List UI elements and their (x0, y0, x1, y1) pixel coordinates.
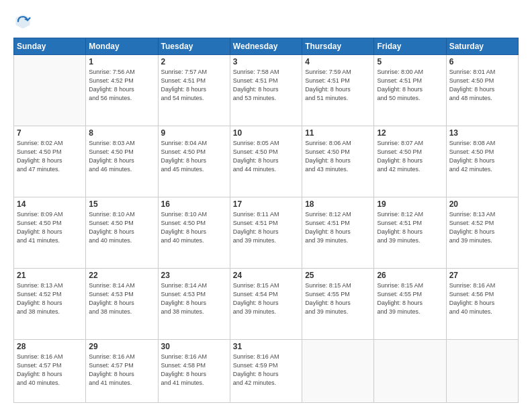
weekday-header-sunday: Sunday (14, 38, 86, 55)
calendar-cell: 20Sunrise: 8:13 AM Sunset: 4:52 PM Dayli… (446, 197, 518, 269)
day-number: 18 (305, 199, 371, 209)
calendar-cell: 12Sunrise: 8:07 AM Sunset: 4:50 PM Dayli… (374, 126, 446, 197)
calendar-cell: 21Sunrise: 8:13 AM Sunset: 4:52 PM Dayli… (14, 269, 86, 340)
day-number: 8 (89, 128, 154, 138)
day-number: 11 (305, 128, 371, 138)
day-info: Sunrise: 8:05 AM Sunset: 4:50 PM Dayligh… (233, 139, 299, 174)
calendar-cell: 8Sunrise: 8:03 AM Sunset: 4:50 PM Daylig… (86, 126, 158, 197)
day-info: Sunrise: 8:15 AM Sunset: 4:55 PM Dayligh… (305, 281, 371, 316)
calendar-cell: 29Sunrise: 8:16 AM Sunset: 4:57 PM Dayli… (86, 340, 158, 403)
calendar-cell: 24Sunrise: 8:15 AM Sunset: 4:54 PM Dayli… (230, 269, 302, 340)
calendar-cell (14, 55, 86, 126)
day-number: 14 (17, 199, 83, 209)
day-info: Sunrise: 8:02 AM Sunset: 4:50 PM Dayligh… (17, 139, 83, 174)
calendar-cell: 30Sunrise: 8:16 AM Sunset: 4:58 PM Dayli… (158, 340, 230, 403)
calendar-body: 1Sunrise: 7:56 AM Sunset: 4:52 PM Daylig… (14, 55, 519, 403)
day-info: Sunrise: 8:08 AM Sunset: 4:50 PM Dayligh… (449, 139, 515, 174)
weekday-header-saturday: Saturday (446, 38, 518, 55)
logo-icon (13, 12, 32, 31)
calendar-cell: 18Sunrise: 8:12 AM Sunset: 4:51 PM Dayli… (302, 197, 374, 269)
day-number: 10 (233, 128, 299, 138)
day-number: 23 (161, 271, 227, 280)
day-info: Sunrise: 7:59 AM Sunset: 4:51 PM Dayligh… (305, 68, 371, 103)
calendar-week-5: 28Sunrise: 8:16 AM Sunset: 4:57 PM Dayli… (14, 340, 519, 403)
calendar-cell: 2Sunrise: 7:57 AM Sunset: 4:51 PM Daylig… (158, 55, 230, 126)
day-info: Sunrise: 8:15 AM Sunset: 4:55 PM Dayligh… (377, 281, 443, 316)
day-info: Sunrise: 8:00 AM Sunset: 4:51 PM Dayligh… (377, 68, 443, 103)
day-info: Sunrise: 8:09 AM Sunset: 4:50 PM Dayligh… (17, 210, 83, 245)
day-number: 31 (233, 342, 299, 351)
day-info: Sunrise: 8:16 AM Sunset: 4:58 PM Dayligh… (161, 353, 227, 387)
weekday-header-row: SundayMondayTuesdayWednesdayThursdayFrid… (14, 38, 519, 55)
day-number: 29 (89, 342, 154, 351)
day-number: 22 (89, 271, 154, 280)
day-number: 19 (377, 199, 443, 209)
day-number: 1 (89, 57, 154, 66)
day-info: Sunrise: 7:58 AM Sunset: 4:51 PM Dayligh… (233, 68, 299, 103)
calendar-cell (446, 340, 518, 403)
calendar-week-1: 1Sunrise: 7:56 AM Sunset: 4:52 PM Daylig… (14, 55, 519, 126)
day-number: 27 (449, 271, 515, 280)
day-number: 26 (377, 271, 443, 280)
calendar-cell: 6Sunrise: 8:01 AM Sunset: 4:50 PM Daylig… (446, 55, 518, 126)
calendar-cell: 23Sunrise: 8:14 AM Sunset: 4:53 PM Dayli… (158, 269, 230, 340)
day-info: Sunrise: 8:16 AM Sunset: 4:57 PM Dayligh… (17, 353, 83, 387)
day-number: 15 (89, 199, 154, 209)
calendar-week-3: 14Sunrise: 8:09 AM Sunset: 4:50 PM Dayli… (14, 197, 519, 269)
calendar-cell: 7Sunrise: 8:02 AM Sunset: 4:50 PM Daylig… (14, 126, 86, 197)
calendar-week-4: 21Sunrise: 8:13 AM Sunset: 4:52 PM Dayli… (14, 269, 519, 340)
day-number: 6 (449, 57, 515, 66)
day-number: 2 (161, 57, 227, 66)
calendar-cell: 3Sunrise: 7:58 AM Sunset: 4:51 PM Daylig… (230, 55, 302, 126)
day-info: Sunrise: 8:14 AM Sunset: 4:53 PM Dayligh… (161, 281, 227, 316)
page: SundayMondayTuesdayWednesdayThursdayFrid… (0, 0, 532, 411)
calendar-cell: 17Sunrise: 8:11 AM Sunset: 4:51 PM Dayli… (230, 197, 302, 269)
day-number: 25 (305, 271, 371, 280)
calendar-cell: 13Sunrise: 8:08 AM Sunset: 4:50 PM Dayli… (446, 126, 518, 197)
day-number: 28 (17, 342, 83, 351)
weekday-header-wednesday: Wednesday (230, 38, 302, 55)
weekday-header-friday: Friday (374, 38, 446, 55)
day-info: Sunrise: 8:16 AM Sunset: 4:59 PM Dayligh… (233, 353, 299, 387)
day-info: Sunrise: 8:13 AM Sunset: 4:52 PM Dayligh… (17, 281, 83, 316)
calendar-cell: 14Sunrise: 8:09 AM Sunset: 4:50 PM Dayli… (14, 197, 86, 269)
calendar-cell (374, 340, 446, 403)
calendar-cell: 25Sunrise: 8:15 AM Sunset: 4:55 PM Dayli… (302, 269, 374, 340)
day-info: Sunrise: 8:15 AM Sunset: 4:54 PM Dayligh… (233, 281, 299, 316)
day-info: Sunrise: 8:16 AM Sunset: 4:56 PM Dayligh… (449, 281, 515, 316)
calendar-cell: 26Sunrise: 8:15 AM Sunset: 4:55 PM Dayli… (374, 269, 446, 340)
day-info: Sunrise: 8:14 AM Sunset: 4:53 PM Dayligh… (89, 281, 154, 316)
calendar-cell: 4Sunrise: 7:59 AM Sunset: 4:51 PM Daylig… (302, 55, 374, 126)
calendar-cell: 22Sunrise: 8:14 AM Sunset: 4:53 PM Dayli… (86, 269, 158, 340)
day-info: Sunrise: 8:12 AM Sunset: 4:51 PM Dayligh… (377, 210, 443, 245)
day-info: Sunrise: 8:04 AM Sunset: 4:50 PM Dayligh… (161, 139, 227, 174)
day-info: Sunrise: 8:10 AM Sunset: 4:50 PM Dayligh… (89, 210, 154, 245)
calendar-cell: 28Sunrise: 8:16 AM Sunset: 4:57 PM Dayli… (14, 340, 86, 403)
day-info: Sunrise: 7:56 AM Sunset: 4:52 PM Dayligh… (89, 68, 154, 103)
calendar-week-2: 7Sunrise: 8:02 AM Sunset: 4:50 PM Daylig… (14, 126, 519, 197)
day-number: 30 (161, 342, 227, 351)
day-number: 12 (377, 128, 443, 138)
calendar-cell: 27Sunrise: 8:16 AM Sunset: 4:56 PM Dayli… (446, 269, 518, 340)
calendar-cell: 11Sunrise: 8:06 AM Sunset: 4:50 PM Dayli… (302, 126, 374, 197)
day-number: 17 (233, 199, 299, 209)
calendar-cell: 16Sunrise: 8:10 AM Sunset: 4:50 PM Dayli… (158, 197, 230, 269)
day-info: Sunrise: 8:11 AM Sunset: 4:51 PM Dayligh… (233, 210, 299, 245)
calendar-cell: 5Sunrise: 8:00 AM Sunset: 4:51 PM Daylig… (374, 55, 446, 126)
day-info: Sunrise: 8:16 AM Sunset: 4:57 PM Dayligh… (89, 353, 154, 387)
day-info: Sunrise: 8:12 AM Sunset: 4:51 PM Dayligh… (305, 210, 371, 245)
day-info: Sunrise: 8:13 AM Sunset: 4:52 PM Dayligh… (449, 210, 515, 245)
calendar-cell: 31Sunrise: 8:16 AM Sunset: 4:59 PM Dayli… (230, 340, 302, 403)
calendar-cell (302, 340, 374, 403)
day-info: Sunrise: 8:06 AM Sunset: 4:50 PM Dayligh… (305, 139, 371, 174)
calendar-cell: 9Sunrise: 8:04 AM Sunset: 4:50 PM Daylig… (158, 126, 230, 197)
weekday-header-monday: Monday (86, 38, 158, 55)
day-number: 7 (17, 128, 83, 138)
day-number: 4 (305, 57, 371, 66)
day-number: 16 (161, 199, 227, 209)
calendar-cell: 10Sunrise: 8:05 AM Sunset: 4:50 PM Dayli… (230, 126, 302, 197)
logo (13, 12, 35, 31)
day-info: Sunrise: 7:57 AM Sunset: 4:51 PM Dayligh… (161, 68, 227, 103)
calendar-cell: 19Sunrise: 8:12 AM Sunset: 4:51 PM Dayli… (374, 197, 446, 269)
day-number: 5 (377, 57, 443, 66)
